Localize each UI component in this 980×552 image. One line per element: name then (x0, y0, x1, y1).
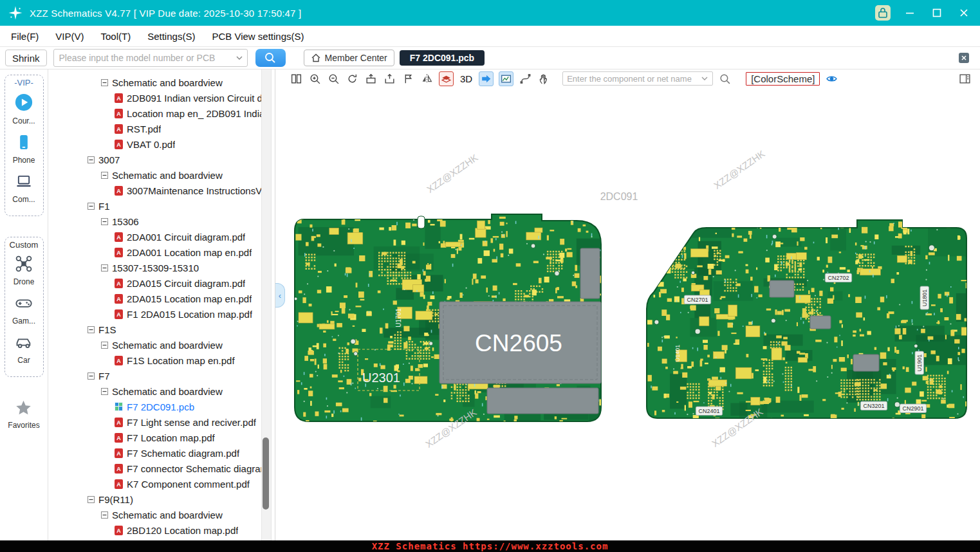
sidebar-item-cour[interactable]: Cour... (12, 93, 35, 125)
tree-file-2da001-location-map-en-pdf[interactable]: A2DA001 Location map en.pdf (48, 244, 275, 260)
tree-file-2da001-circuit-diagram-pdf[interactable]: A2DA001 Circuit diagram.pdf (48, 229, 275, 244)
tree-file-f1s-location-map-en-pdf[interactable]: AF1S Location map en.pdf (48, 353, 275, 368)
tree-file-2da015-location-map-en-pdf[interactable]: A2DA015 Location map en.pdf (48, 291, 275, 306)
zoom-in-icon[interactable] (308, 72, 322, 86)
3d-view-button[interactable]: 3D (459, 73, 474, 84)
zoom-out-icon[interactable] (327, 72, 340, 86)
collapse-toggle-icon[interactable] (101, 511, 108, 519)
tree-folder-f1[interactable]: F1 (48, 198, 275, 214)
shrink-button[interactable]: Shrink (5, 50, 47, 66)
menu-pcbviewsettingss[interactable]: PCB View settings(S) (203, 26, 312, 46)
model-search-input[interactable] (54, 53, 232, 63)
sidebar-item-car[interactable]: Car (15, 333, 33, 365)
side-panel-icon[interactable] (959, 73, 971, 85)
menu-settingss[interactable]: Settings(S) (139, 26, 203, 46)
tree-file-2db091-indian-version-circuit-d[interactable]: A2DB091 Indian version Circuit d (48, 90, 275, 106)
bottom-layer-icon[interactable] (383, 72, 396, 86)
flag-icon[interactable] (402, 72, 415, 86)
collapse-toggle-icon[interactable] (101, 79, 108, 86)
tree-folder-schematic-and-boardview[interactable]: Schematic and boardview (48, 383, 275, 399)
chevron-down-icon[interactable] (697, 77, 712, 80)
sidebar-item-label: Favorites (8, 421, 39, 430)
mirror-icon[interactable] (420, 72, 434, 86)
tree-folder-3007[interactable]: 3007 (48, 152, 275, 167)
close-button[interactable] (956, 5, 972, 21)
split-view-icon[interactable] (290, 72, 303, 86)
tree-file-f7-light-sense-and-reciver-pdf[interactable]: AF7 Light sense and reciver.pdf (48, 414, 275, 430)
sidebar-item-gam[interactable]: Gam... (12, 294, 35, 326)
collapse-toggle-icon[interactable] (88, 203, 95, 210)
sidebar-item-phone[interactable]: Phone (13, 133, 35, 165)
tree-file-vbat-0-pdf[interactable]: AVBAT 0.pdf (48, 136, 275, 152)
pcb-boards[interactable]: CN2605U1701U2301CN2702CN2701U1801U1401U1… (275, 87, 980, 552)
board-flip-icon[interactable] (439, 71, 454, 86)
jump-arrow-icon[interactable] (479, 71, 494, 86)
tree-folder-f1s[interactable]: F1S (48, 322, 275, 337)
menu-vipv[interactable]: VIP(V) (47, 26, 92, 46)
tree-file-location-map-en-2db091-india[interactable]: ALocation map en_ 2DB091 India (48, 106, 275, 121)
collapse-toggle-icon[interactable] (101, 388, 108, 395)
collapse-toggle-icon[interactable] (101, 218, 108, 225)
pdf-file-icon: A (115, 93, 123, 103)
minimize-button[interactable] (901, 5, 918, 21)
collapse-toggle-icon[interactable] (88, 496, 95, 503)
tree-folder-schematic-and-boardview[interactable]: Schematic and boardview (48, 167, 275, 183)
component-search-input[interactable] (563, 74, 697, 84)
collapse-toggle-icon[interactable] (88, 156, 95, 163)
tree-file-k7-component-comment-pdf[interactable]: AK7 Component comment.pdf (48, 476, 275, 492)
tree-scrollbar[interactable] (261, 69, 272, 552)
sidebar-item-com[interactable]: Com... (12, 172, 35, 204)
watermark: XZZ@XZZHK (425, 152, 480, 195)
tree-folder-f9-r11[interactable]: F9(R11) (48, 492, 275, 507)
diode-mode-icon[interactable] (499, 71, 513, 86)
pcb-canvas[interactable]: CN2605U1701U2301CN2702CN2701U1801U1401U1… (275, 87, 980, 552)
close-tab-icon[interactable] (958, 52, 970, 64)
tree-file-3007maintenance-instructionsv[interactable]: A3007Maintenance InstructionsV (48, 183, 275, 198)
tree-item-label: Schematic and boardview (112, 386, 223, 397)
pan-hand-icon[interactable] (537, 72, 551, 86)
collapse-toggle-icon[interactable] (88, 326, 95, 333)
pdf-file-icon: A (115, 279, 123, 288)
rotate-icon[interactable] (346, 72, 359, 86)
tree-file-rst-pdf[interactable]: ARST.pdf (48, 121, 275, 136)
tree-folder-schematic-and-boardview[interactable]: Schematic and boardview (48, 337, 275, 353)
menu-filef[interactable]: File(F) (3, 26, 47, 46)
collapse-toggle-icon[interactable] (101, 342, 108, 349)
component-search-icon[interactable] (718, 72, 732, 86)
tree-file-f7-2dc091-pcb[interactable]: F7 2DC091.pcb (48, 399, 275, 414)
member-center-button[interactable]: Member Center (304, 50, 394, 66)
scrollbar-thumb[interactable] (263, 437, 269, 510)
tree-folder-f7[interactable]: F7 (48, 368, 275, 383)
pdf-file-icon: A (115, 526, 123, 535)
chevron-down-icon[interactable] (232, 56, 247, 60)
tree-folder-15306[interactable]: 15306 (48, 214, 275, 229)
tree-folder-schematic-and-boardview[interactable]: Schematic and boardview (48, 507, 275, 522)
collapse-toggle-icon[interactable] (101, 172, 108, 179)
tree-folder-15307-15309-15310[interactable]: 15307-15309-15310 (48, 260, 275, 275)
collapse-panel-handle[interactable]: ‹ (275, 283, 285, 308)
tree-file-f7-schematic-diagram-pdf[interactable]: AF7 Schematic diagram.pdf (48, 445, 275, 461)
menu-toolt[interactable]: Tool(T) (93, 26, 140, 46)
maximize-button[interactable] (929, 5, 945, 21)
search-button[interactable] (255, 49, 286, 67)
measure-curve-icon[interactable] (519, 72, 532, 86)
tree-file-f7-connector-schematic-diagrar[interactable]: AF7 connector Schematic diagrar (48, 461, 275, 476)
tree-item-label: 3007Maintenance InstructionsV (127, 185, 262, 196)
vip-lock-icon[interactable] (874, 5, 891, 21)
tree-item-label: Schematic and boardview (112, 340, 223, 351)
tree-folder-schematic-and-boardview[interactable]: Schematic and boardview (48, 75, 275, 90)
pdf-file-icon: A (115, 109, 123, 118)
tree-file-2bd120-location-map-pdf[interactable]: A2BD120 Location map.pdf (48, 522, 275, 538)
sidebar-item-drone[interactable]: Drone (14, 255, 35, 286)
visibility-eye-icon[interactable] (825, 72, 838, 86)
top-layer-icon[interactable] (364, 72, 378, 86)
collapse-toggle-icon[interactable] (88, 373, 95, 380)
sidebar-item-favorites[interactable]: Favorites (8, 399, 39, 430)
color-scheme-button[interactable]: [ColorScheme] (746, 72, 820, 86)
tree-file-f7-location-map-pdf[interactable]: AF7 Location map.pdf (48, 430, 275, 445)
svg-text:A: A (116, 296, 121, 302)
tree-file-2da015-circuit-diagram-pdf[interactable]: A2DA015 Circuit diagram.pdf (48, 275, 275, 291)
tab-f7-2dc091[interactable]: F7 2DC091.pcb (400, 50, 485, 66)
tree-file-f1-2da015-location-map-pdf[interactable]: AF1 2DA015 Location map.pdf (48, 306, 275, 322)
collapse-toggle-icon[interactable] (101, 264, 108, 271)
